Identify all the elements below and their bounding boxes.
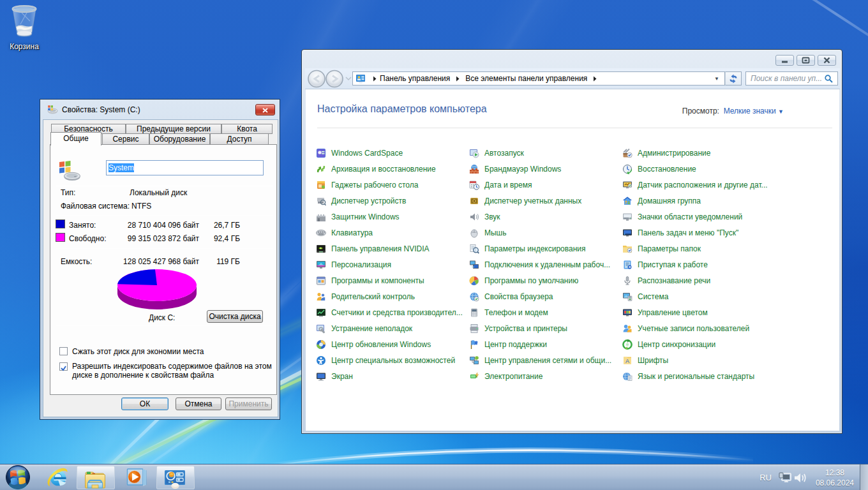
svg-text:A: A — [625, 358, 629, 364]
